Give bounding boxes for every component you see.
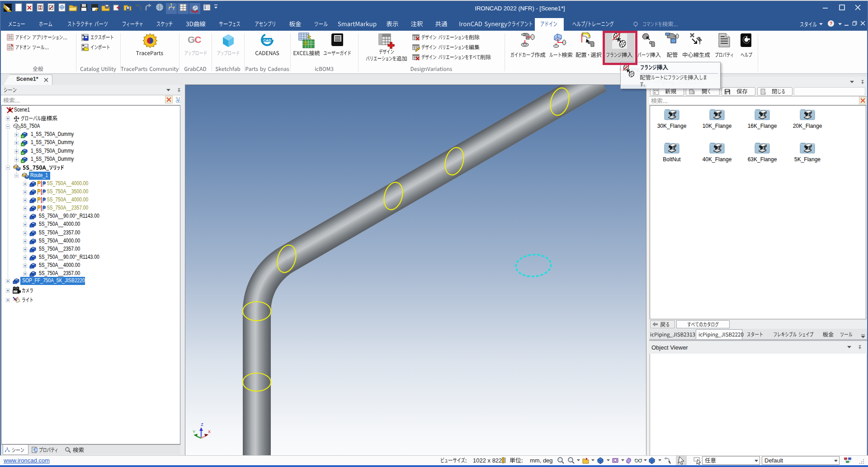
svg-text:Z: Z bbox=[201, 422, 203, 427]
svg-text:?: ? bbox=[830, 21, 833, 26]
svg-text:X: X bbox=[208, 430, 211, 434]
svg-text:Y: Y bbox=[193, 430, 195, 434]
svg-text:CAD: CAD bbox=[263, 38, 271, 42]
